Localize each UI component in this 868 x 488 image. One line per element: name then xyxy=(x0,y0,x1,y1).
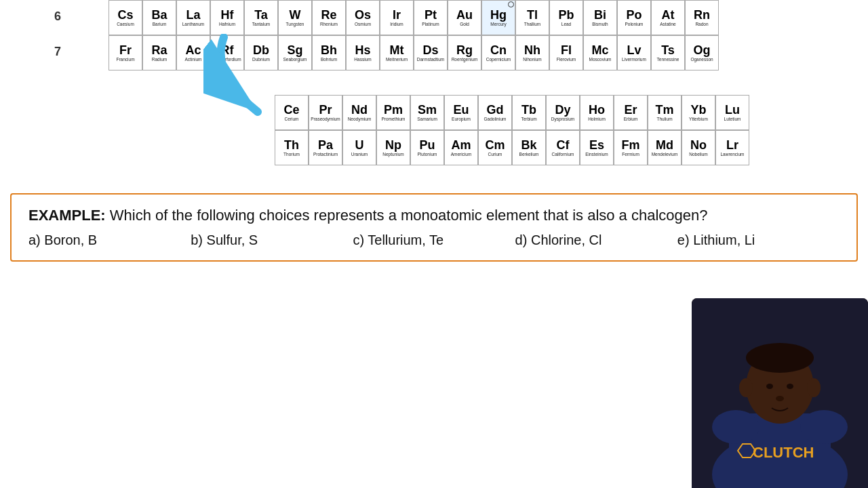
element-ir: IrIridium xyxy=(380,0,414,35)
element-la: LaLanthanum xyxy=(176,0,210,35)
element-gd: GdGadolinium xyxy=(478,95,512,130)
element-au: AuGold xyxy=(448,0,481,35)
lanthanide-row: CeCeriumPrPraseodymiumNdNeodymiumPmProme… xyxy=(275,95,749,130)
element-es: EsEinsteinium xyxy=(580,130,614,165)
element-md: MdMendelevium xyxy=(648,130,682,165)
element-er: ErErbium xyxy=(614,95,648,130)
element-nh: NhNihonium xyxy=(515,35,549,70)
element-ba: BaBarium xyxy=(142,0,176,35)
svg-point-13 xyxy=(807,378,821,397)
element-am: AmAmericium xyxy=(444,130,478,165)
element-og: OgOganesson xyxy=(685,35,719,70)
choice-c: c) Tellurium, Te xyxy=(353,232,515,248)
element-os: OsOsmium xyxy=(346,0,380,35)
element-mt: MtMeitnerium xyxy=(380,35,414,70)
element-fm: FmFermium xyxy=(614,130,648,165)
svg-point-12 xyxy=(739,378,753,397)
element-lr: LrLawrencium xyxy=(715,130,749,165)
element-bh: BhBohrium xyxy=(312,35,346,70)
instructor-silhouette: CLUTCH xyxy=(692,298,868,488)
svg-point-10 xyxy=(787,384,793,389)
element-ce: CeCerium xyxy=(275,95,309,130)
element-np: NpNeptunium xyxy=(376,130,410,165)
element-ds: DsDarmstadtium xyxy=(414,35,448,70)
choice-b: b) Sulfur, S xyxy=(191,232,353,248)
element-pt: PtPlatinum xyxy=(414,0,448,35)
periodic-table-main: CsCaesiumBaBariumLaLanthanumHfHafniumTaT… xyxy=(108,0,719,70)
element-tm: TmThulium xyxy=(648,95,682,130)
element-fr: FrFrancium xyxy=(108,35,142,70)
element-eu: EuEuropium xyxy=(444,95,478,130)
element-rf: RfRutherfordium xyxy=(210,35,244,70)
row7-label: 7 xyxy=(54,45,61,59)
element-tl: TlThallium xyxy=(515,0,549,35)
element-pr: PrPraseodymium xyxy=(309,95,342,130)
svg-point-14 xyxy=(712,410,760,444)
element-yb: YbYtterbium xyxy=(682,95,715,130)
element-sm: SmSamarium xyxy=(410,95,444,130)
element-ta: TaTantalum xyxy=(244,0,278,35)
element-sg: SgSeaborgium xyxy=(278,35,312,70)
element-bi: BiBismuth xyxy=(583,0,617,35)
element-po: PoPolonium xyxy=(617,0,651,35)
example-question-text: Which of the following choices represent… xyxy=(106,207,708,224)
element-cs: CsCaesium xyxy=(108,0,142,35)
choice-a: a) Boron, B xyxy=(28,232,191,248)
svg-text:CLUTCH: CLUTCH xyxy=(753,444,814,461)
row6-label: 6 xyxy=(54,9,61,24)
element-th: ThThorium xyxy=(275,130,309,165)
example-choices: a) Boron, B b) Sulfur, S c) Tellurium, T… xyxy=(28,232,840,248)
svg-point-11 xyxy=(776,396,784,401)
element-cm: CmCurium xyxy=(478,130,512,165)
element-cf: CfCalifornium xyxy=(546,130,580,165)
element-ho: HoHolmium xyxy=(580,95,614,130)
example-question: EXAMPLE: Which of the following choices … xyxy=(28,207,840,224)
element-bk: BkBerkelium xyxy=(512,130,546,165)
element-pu: PuPlutonium xyxy=(410,130,444,165)
element-no: NoNobelium xyxy=(682,130,715,165)
element-hf: HfHafnium xyxy=(210,0,244,35)
element-lu: LuLutetium xyxy=(715,95,749,130)
svg-point-8 xyxy=(746,343,814,373)
element-rn: RnRadon xyxy=(685,0,719,35)
instructor-photo: CLUTCH xyxy=(692,298,868,488)
choice-d: d) Chlorine, Cl xyxy=(515,232,677,248)
actinide-row: ThThoriumPaProtactiniumUUraniumNpNeptuni… xyxy=(275,130,749,165)
element-hs: HsHassium xyxy=(346,35,380,70)
period-7-row: FrFranciumRaRadiumAcActiniumRfRutherford… xyxy=(108,35,719,70)
element-at: AtAstatine xyxy=(651,0,685,35)
svg-point-9 xyxy=(766,384,773,389)
element-pb: PbLead xyxy=(549,0,583,35)
element-pm: PmPromethium xyxy=(376,95,410,130)
element-ac: AcActinium xyxy=(176,35,210,70)
element-dy: DyDysprosium xyxy=(546,95,580,130)
element-nd: NdNeodymium xyxy=(342,95,376,130)
element-pa: PaProtactinium xyxy=(309,130,342,165)
element-re: ReRhenium xyxy=(312,0,346,35)
element-lv: LvLivermorium xyxy=(617,35,651,70)
element-rg: RgRoentgenium xyxy=(448,35,481,70)
lanthanide-actinide-section: CeCeriumPrPraseodymiumNdNeodymiumPmProme… xyxy=(275,95,749,165)
element-hg: HgMercury xyxy=(481,0,515,35)
svg-point-15 xyxy=(800,410,848,444)
element-u: UUranium xyxy=(342,130,376,165)
period-6-row: CsCaesiumBaBariumLaLanthanumHfHafniumTaT… xyxy=(108,0,719,35)
choice-e: e) Lithium, Li xyxy=(677,232,840,248)
element-db: DbDubnium xyxy=(244,35,278,70)
element-tb: TbTerbium xyxy=(512,95,546,130)
element-cn: CnCopernicium xyxy=(481,35,515,70)
example-label: EXAMPLE: xyxy=(28,207,106,224)
example-box: EXAMPLE: Which of the following choices … xyxy=(10,193,858,262)
element-ts: TsTennessine xyxy=(651,35,685,70)
element-fl: FlFlerovium xyxy=(549,35,583,70)
element-mc: McMoscovium xyxy=(583,35,617,70)
element-ra: RaRadium xyxy=(142,35,176,70)
element-w: WTungsten xyxy=(278,0,312,35)
